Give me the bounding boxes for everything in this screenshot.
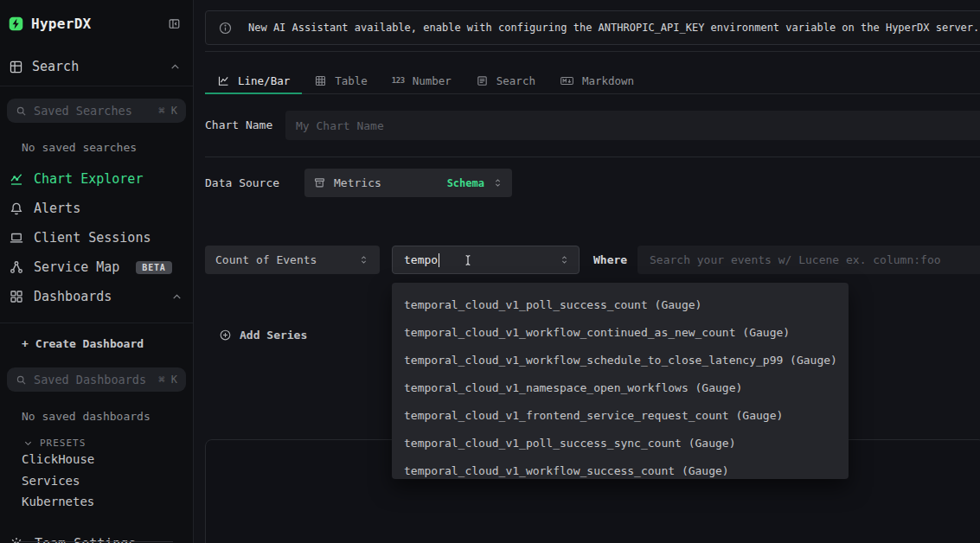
data-source-label: Data Source — [205, 169, 279, 197]
metric-option[interactable]: temporal_cloud_v1_workflow_success_count… — [392, 457, 849, 479]
where-label: Where — [593, 246, 627, 274]
brand-name: HyperDX — [31, 16, 92, 32]
sidebar-item-client-sessions[interactable]: Client Sessions — [0, 223, 193, 252]
tab-label: Markdown — [582, 74, 634, 87]
add-series-button[interactable]: Add Series — [219, 329, 307, 342]
app-root: HyperDX Search ⌘ K No saved searches — [0, 0, 980, 543]
table-icon — [314, 74, 327, 87]
bell-icon — [9, 201, 24, 216]
metric-option[interactable]: temporal_cloud_v1_namespace_open_workflo… — [392, 374, 849, 402]
sidebar-item-service-map[interactable]: Service Map BETA — [0, 252, 193, 282]
chevron-down-icon — [23, 438, 33, 448]
preset-item-services[interactable]: Services — [22, 470, 193, 492]
sidebar-divider — [0, 86, 193, 86]
saved-searches-shortcut: ⌘ K — [158, 105, 177, 117]
selector-icon — [492, 177, 503, 188]
saved-searches-searchbox[interactable]: ⌘ K — [7, 99, 186, 123]
sidebar-bottom-divider — [16, 541, 173, 542]
preset-item-clickhouse[interactable]: ClickHouse — [22, 449, 193, 470]
divider — [205, 51, 980, 52]
sidebar-item-alerts[interactable]: Alerts — [0, 194, 193, 223]
aggregation-select[interactable]: Count of Events — [205, 246, 380, 274]
presets-toggle[interactable]: PRESETS — [23, 438, 193, 449]
where-search-input[interactable] — [637, 246, 980, 274]
nav-item-label: Chart Explorer — [34, 171, 143, 187]
sidebar-section-search[interactable]: Search — [9, 59, 181, 74]
saved-dashboards-shortcut: ⌘ K — [158, 374, 177, 386]
tab-table[interactable]: Table — [302, 67, 380, 93]
metric-option[interactable]: temporal_cloud_v1_workflow_schedule_to_c… — [392, 347, 849, 374]
selector-icon — [559, 254, 570, 265]
create-dashboard-label: Create Dashboard — [35, 337, 144, 350]
sidebar-nav: Chart Explorer Alerts Client Sessions Se… — [0, 164, 193, 311]
beta-badge: BETA — [136, 261, 171, 274]
preset-item-kubernetes[interactable]: Kubernetes — [22, 491, 193, 513]
metric-name-combobox[interactable]: tempo — [392, 246, 580, 274]
metric-option[interactable]: temporal_cloud_v1_frontend_service_reque… — [392, 402, 849, 430]
laptop-icon — [9, 230, 24, 246]
chart-explorer-icon — [9, 171, 24, 187]
saved-searches-input[interactable] — [34, 104, 151, 118]
metric-option[interactable]: temporal_cloud_v1_poll_success_sync_coun… — [392, 430, 849, 457]
nav-item-label: Dashboards — [34, 289, 112, 304]
tab-label: Line/Bar — [238, 74, 290, 87]
log-list-icon — [476, 74, 489, 87]
presets-label: PRESETS — [40, 438, 86, 449]
selector-icon — [358, 254, 369, 265]
sidebar-divider — [0, 323, 193, 323]
divider — [205, 157, 980, 157]
sidebar-item-dashboards[interactable]: Dashboards — [0, 282, 193, 311]
metric-option[interactable]: temporal_cloud_v1_workflow_continued_as_… — [392, 319, 849, 347]
sidebar-item-chart-explorer[interactable]: Chart Explorer — [0, 164, 193, 194]
main-content: New AI Assistant available, enable with … — [194, 0, 980, 543]
chevron-up-icon — [171, 291, 183, 303]
data-source-value: Metrics — [334, 176, 381, 189]
ai-assistant-banner: New AI Assistant available, enable with … — [205, 10, 980, 45]
metric-suggestions-dropdown: temporal_cloud_v1_poll_success_count (Ga… — [392, 283, 849, 479]
create-dashboard-button[interactable]: + Create Dashboard — [22, 332, 193, 355]
tab-label: Number — [413, 74, 452, 87]
service-map-icon — [9, 259, 24, 275]
dashboards-icon — [9, 289, 24, 304]
sidebar-collapse-button[interactable] — [168, 17, 181, 30]
grid-icon — [9, 60, 23, 74]
text-caret — [439, 253, 439, 267]
tab-search[interactable]: Search — [464, 67, 548, 93]
line-chart-icon — [217, 74, 230, 87]
metric-query-text: tempo — [404, 253, 438, 266]
saved-dashboards-searchbox[interactable]: ⌘ K — [7, 367, 186, 392]
nav-item-label: Alerts — [34, 201, 80, 216]
saved-dashboards-input[interactable] — [34, 373, 151, 386]
brand-row: HyperDX — [9, 16, 181, 32]
no-saved-searches-text: No saved searches — [22, 141, 193, 154]
search-icon — [16, 105, 27, 117]
tab-number[interactable]: 123 Number — [380, 67, 464, 93]
tab-markdown[interactable]: Markdown — [548, 67, 646, 93]
tab-label: Search — [496, 74, 535, 87]
nav-item-label: Service Map — [34, 259, 119, 275]
search-icon — [16, 374, 27, 386]
tab-line-bar[interactable]: Line/Bar — [205, 67, 302, 93]
banner-text: New AI Assistant available, enable with … — [248, 22, 979, 34]
no-saved-dashboards-text: No saved dashboards — [22, 410, 193, 423]
chart-name-input[interactable] — [285, 111, 980, 140]
hyperdx-logo-icon — [9, 16, 23, 31]
number-123-icon: 123 — [392, 76, 405, 85]
sidebar: HyperDX Search ⌘ K No saved searches — [0, 0, 194, 543]
data-source-select[interactable]: Metrics Schema — [304, 169, 512, 197]
aggregation-value: Count of Events — [215, 253, 317, 266]
chart-type-tabs: Line/Bar Table 123 Number Search — [205, 67, 980, 94]
database-icon — [313, 176, 326, 189]
nav-item-label: Client Sessions — [34, 230, 151, 246]
markdown-icon — [560, 74, 574, 87]
plus-icon: + — [22, 337, 29, 350]
chevron-up-icon — [170, 61, 181, 73]
chart-name-label: Chart Name — [205, 111, 272, 140]
plus-circle-icon — [219, 329, 232, 342]
tab-label: Table — [335, 74, 368, 87]
metric-option[interactable]: temporal_cloud_v1_poll_success_count (Ga… — [392, 291, 849, 319]
add-series-label: Add Series — [240, 329, 307, 342]
schema-link[interactable]: Schema — [447, 177, 484, 189]
section-search-label: Search — [32, 59, 79, 74]
info-icon — [218, 21, 233, 35]
